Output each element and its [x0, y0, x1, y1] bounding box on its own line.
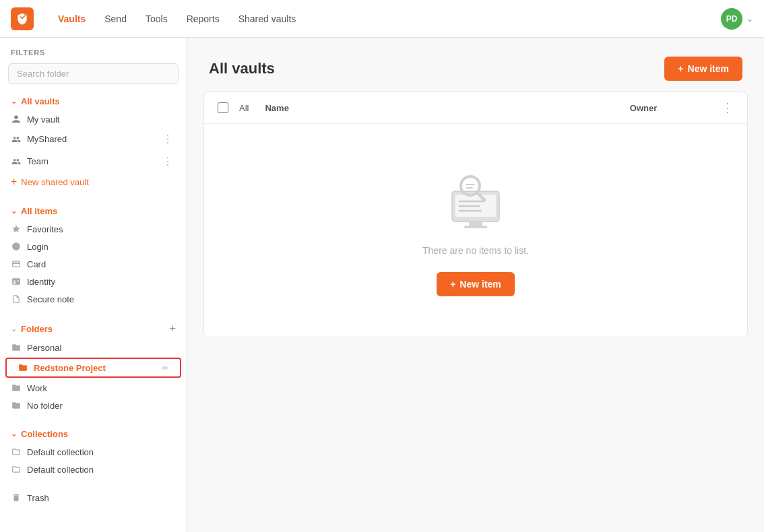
- new-shared-vault-btn[interactable]: + New shared vault: [0, 172, 187, 191]
- sidebar-item-collection-2[interactable]: Default collection: [0, 461, 187, 478]
- sidebar-item-redstone[interactable]: Redstone Project ✏: [5, 358, 181, 378]
- collections-chevron-icon: ⌄: [11, 430, 17, 438]
- globe-icon: [11, 241, 22, 252]
- topnav-shared-vaults[interactable]: Shared vaults: [230, 9, 305, 28]
- collections-label: Collections: [21, 429, 68, 439]
- sidebar-item-card[interactable]: Card: [0, 255, 187, 273]
- plus-icon: +: [11, 176, 17, 188]
- card-label: Card: [27, 259, 176, 269]
- myshared-more-icon[interactable]: ⋮: [160, 131, 176, 147]
- folders-section: ⌄ Folders + Personal Redstone Project ✏: [0, 319, 187, 414]
- trash-icon: [11, 492, 22, 503]
- folder-personal-icon: [11, 342, 22, 353]
- redstone-label: Redstone Project: [34, 363, 156, 373]
- all-items-header[interactable]: ⌄ All items: [0, 202, 187, 220]
- search-folder-container: [8, 63, 179, 84]
- vaults-section: ⌄ All vaults My vault MyShared ⋮: [0, 92, 187, 191]
- collection-icon-1: [11, 446, 22, 457]
- avatar-chevron-icon[interactable]: ⌄: [746, 14, 753, 24]
- sidebar-item-team[interactable]: Team ⋮: [0, 150, 187, 172]
- main-content: All vaults + New item All Name Owner ⋮: [187, 38, 764, 532]
- edit-icon[interactable]: ✏: [162, 363, 169, 373]
- myshared-label: MyShared: [27, 134, 154, 144]
- divider-1: [0, 195, 187, 202]
- collection-1-label: Default collection: [27, 447, 176, 457]
- topnav-send[interactable]: Send: [96, 9, 135, 28]
- plus-icon-btn: +: [678, 63, 683, 74]
- divider-2: [0, 312, 187, 319]
- identity-label: Identity: [27, 277, 176, 287]
- plus-icon-empty: +: [450, 279, 455, 290]
- favorites-label: Favorites: [27, 224, 176, 234]
- sidebar-item-identity[interactable]: Identity: [0, 273, 187, 290]
- folders-chevron-icon: ⌄: [11, 325, 17, 333]
- sidebar-item-my-vault[interactable]: My vault: [0, 110, 187, 128]
- trash-label: Trash: [27, 493, 176, 503]
- empty-new-item-button[interactable]: + New item: [437, 272, 515, 296]
- sidebar-item-personal[interactable]: Personal: [0, 339, 187, 356]
- vaults-chevron-icon: ⌄: [11, 97, 17, 106]
- svg-rect-2: [469, 222, 482, 226]
- card-icon: [11, 259, 22, 269]
- empty-new-item-label: New item: [459, 279, 501, 290]
- sidebar-item-no-folder[interactable]: No folder: [0, 397, 187, 414]
- topnav-vaults[interactable]: Vaults: [50, 9, 94, 28]
- folder-none-icon: [11, 400, 22, 411]
- folder-work-icon: [11, 383, 22, 393]
- collection-icon-2: [11, 464, 22, 475]
- table-more-icon[interactable]: ⋮: [722, 100, 734, 115]
- table-header: All Name Owner ⋮: [204, 92, 747, 124]
- items-chevron-icon: ⌄: [11, 207, 17, 215]
- sidebar-item-collection-1[interactable]: Default collection: [0, 443, 187, 461]
- identity-icon: [11, 276, 22, 287]
- all-vaults-header[interactable]: ⌄ All vaults: [0, 92, 187, 110]
- work-label: Work: [27, 383, 176, 393]
- sidebar-item-trash[interactable]: Trash: [0, 489, 187, 506]
- empty-state-icon: [435, 164, 516, 232]
- folder-redstone-icon: [18, 362, 28, 373]
- shared-icon: [11, 134, 22, 145]
- col-owner-label: Owner: [576, 103, 711, 113]
- folders-header[interactable]: ⌄ Folders +: [0, 319, 187, 339]
- main-table: All Name Owner ⋮: [203, 92, 748, 337]
- divider-3: [0, 418, 187, 425]
- person-icon: [11, 114, 22, 125]
- add-folder-icon[interactable]: +: [170, 323, 176, 335]
- empty-state: There are no items to list. + New item: [204, 124, 747, 337]
- folders-label: Folders: [21, 324, 166, 334]
- col-name-label: Name: [259, 103, 565, 113]
- new-item-button[interactable]: + New item: [664, 57, 742, 81]
- user-avatar[interactable]: PD: [721, 8, 742, 30]
- collection-2-label: Default collection: [27, 465, 176, 475]
- star-icon: [11, 224, 22, 234]
- sidebar: FILTERS ⌄ All vaults My vault MyShared: [0, 38, 187, 532]
- topnav-links: Vaults Send Tools Reports Shared vaults: [50, 9, 705, 28]
- team-label: Team: [27, 156, 154, 166]
- sidebar-item-secure-note[interactable]: Secure note: [0, 290, 187, 308]
- col-all-label: All: [239, 103, 249, 113]
- empty-text: There are no items to list.: [422, 245, 529, 256]
- all-vaults-label: All vaults: [21, 96, 60, 106]
- filters-label: FILTERS: [0, 48, 187, 63]
- my-vault-label: My vault: [27, 114, 176, 125]
- team-more-icon[interactable]: ⋮: [160, 154, 176, 169]
- topnav-right: PD ⌄: [721, 8, 753, 30]
- sidebar-item-myshared[interactable]: MyShared ⋮: [0, 128, 187, 150]
- note-icon: [11, 294, 22, 304]
- select-all-checkbox[interactable]: [218, 102, 228, 113]
- main-header: All vaults + New item: [187, 38, 764, 92]
- sidebar-item-favorites[interactable]: Favorites: [0, 220, 187, 238]
- items-section: ⌄ All items Favorites Login Card: [0, 202, 187, 308]
- divider-4: [0, 482, 187, 489]
- collections-header[interactable]: ⌄ Collections: [0, 425, 187, 443]
- no-folder-label: No folder: [27, 401, 176, 411]
- search-folder-input[interactable]: [8, 63, 179, 84]
- sidebar-item-login[interactable]: Login: [0, 238, 187, 255]
- topnav-tools[interactable]: Tools: [137, 9, 176, 28]
- new-item-label: New item: [688, 63, 729, 74]
- sidebar-item-work[interactable]: Work: [0, 379, 187, 397]
- new-shared-vault-label: New shared vault: [21, 177, 88, 187]
- page-title: All vaults: [209, 60, 275, 77]
- topnav-reports[interactable]: Reports: [179, 9, 228, 28]
- app-logo[interactable]: [11, 7, 34, 30]
